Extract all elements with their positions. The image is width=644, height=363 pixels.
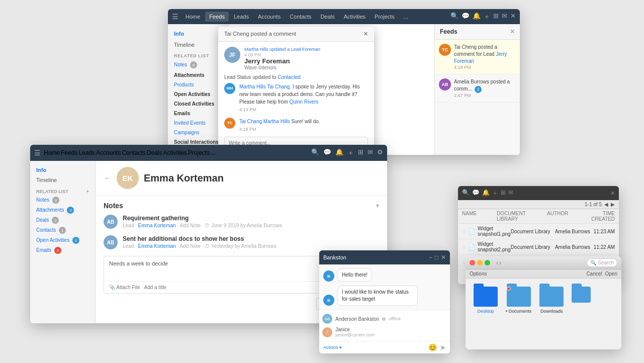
- nav-leads-win2[interactable]: Leads: [78, 149, 95, 156]
- comment-author-link-2[interactable]: Tai Chang: [239, 119, 262, 124]
- note-lead-link-2[interactable]: Emma Korteman: [138, 243, 176, 249]
- grid-icon-win2[interactable]: ⊞: [358, 148, 363, 157]
- chat-send-icon[interactable]: ➤: [440, 343, 446, 351]
- hamburger-icon-win2[interactable]: ☰: [34, 149, 41, 157]
- win2-sidebar-timeline[interactable]: Timeline: [30, 175, 95, 185]
- finder-cancel-btn[interactable]: Cancel: [586, 271, 602, 277]
- finder-forward-arrow[interactable]: ›: [499, 259, 501, 266]
- chat-close-icon[interactable]: ✕: [441, 254, 446, 261]
- finder-item-documents[interactable]: • Documents: [506, 287, 531, 314]
- traffic-light-green[interactable]: [485, 260, 490, 265]
- finder-open-btn[interactable]: Open: [605, 271, 617, 277]
- email-icon-win1[interactable]: ✉: [502, 12, 507, 21]
- chat-icon-win1[interactable]: 💬: [462, 12, 470, 21]
- feeds-close-icon[interactable]: ✕: [510, 28, 515, 35]
- win2-sidebar-info[interactable]: Info: [30, 165, 95, 175]
- star-1-back[interactable]: ☆: [462, 229, 467, 234]
- feeds-item-1[interactable]: TC Tai Cheng posted a comment for Lead J…: [435, 40, 520, 74]
- chat-contact-2[interactable]: J Janice janice@cycem.com: [322, 325, 447, 339]
- finder-back-arrow[interactable]: ‹: [496, 259, 498, 266]
- bell-icon-win1[interactable]: 🔔: [473, 12, 481, 21]
- back-arrow-win2[interactable]: ←: [104, 173, 112, 183]
- email-icon-win2[interactable]: ✉: [367, 148, 373, 157]
- finder-item-desktop[interactable]: Desktop: [474, 287, 498, 314]
- nav-feeds-win2[interactable]: Feeds: [61, 149, 77, 156]
- nav-leads-win1[interactable]: Leads: [230, 12, 253, 22]
- nav-home-win1[interactable]: Home: [181, 12, 204, 22]
- note-add-link-2[interactable]: Add Note: [179, 243, 201, 249]
- nav-icon-6-back[interactable]: ✉: [508, 189, 513, 198]
- chat-minimize-icon[interactable]: −: [429, 254, 432, 261]
- nav-deals-win2[interactable]: Deals: [147, 149, 162, 156]
- finder-label-desktop: Desktop: [477, 309, 494, 314]
- win2-sidebar-notes[interactable]: Notes 8: [30, 195, 95, 205]
- close-icon-doclib-back[interactable]: ✕: [610, 190, 615, 197]
- nav-icon-2-back[interactable]: 💬: [472, 189, 480, 198]
- attach-file-btn[interactable]: 📎 Attach File: [109, 285, 140, 290]
- doclib-nav-right-back: ✕: [610, 190, 615, 197]
- comment-mention-2[interactable]: Quinn Rivers: [290, 99, 319, 105]
- comment-popup-close[interactable]: ✕: [363, 31, 368, 37]
- comment-lead-link[interactable]: Martha Hills updated a Lead Foreman: [244, 47, 320, 52]
- traffic-light-red[interactable]: [470, 260, 475, 265]
- comment-mention-1[interactable]: Tai Chang: [267, 84, 290, 89]
- notes-collapse-icon[interactable]: ▾: [376, 202, 379, 209]
- comment-author-link-1[interactable]: Martha Hills: [239, 84, 266, 89]
- nav-icon-1-back[interactable]: 🔍: [462, 189, 470, 198]
- nav-activities-win1[interactable]: Activities: [340, 12, 370, 22]
- chat-contact-1[interactable]: AB Anderson Bankston offline: [322, 312, 447, 325]
- win2-sidebar-open-activities[interactable]: Open Activities 2: [30, 235, 95, 245]
- chat-emoji-icon[interactable]: 😊: [428, 343, 437, 351]
- doclib-row-2-back[interactable]: ☆ 📄 Widget snapshot2.png Document Librar…: [458, 239, 619, 255]
- close-icon-win1[interactable]: ✕: [510, 12, 516, 21]
- plus-icon-win2[interactable]: ＋: [347, 148, 354, 157]
- nav-more-win1[interactable]: ...: [400, 12, 412, 22]
- note-meta-1: Lead · Emma Korteman · Add Note · ⏱ June…: [123, 223, 379, 228]
- actions-label[interactable]: Actions ▾: [323, 345, 342, 350]
- nav-more-win2[interactable]: ...: [211, 149, 216, 156]
- finder-toolbar: Options Cancel Open: [466, 269, 621, 279]
- win2-related-add[interactable]: +: [86, 189, 89, 194]
- win2-sidebar-deals[interactable]: Deals 2: [30, 215, 95, 225]
- nav-projects-win1[interactable]: Projects: [371, 12, 399, 22]
- finder-options-btn[interactable]: Options: [470, 271, 487, 277]
- finder-item-downloads[interactable]: Downloads: [539, 287, 564, 314]
- doclib-row-1-back[interactable]: ☆ 📄 Widget snapshot1.png Document Librar…: [458, 224, 619, 239]
- feeds-avatar-1: TC: [439, 44, 451, 56]
- note-add-link-1[interactable]: Add Note: [179, 223, 201, 228]
- note-card-1: AB Requirement gathering Lead · Emma Kor…: [104, 215, 379, 229]
- comment-mention-3[interactable]: Martha Hills: [263, 119, 290, 124]
- nav-home-win2[interactable]: Home: [44, 149, 60, 156]
- win2-sidebar-emails[interactable]: Emails 3: [30, 245, 95, 255]
- chat-icon-win2[interactable]: 💬: [323, 148, 331, 157]
- nav-projects-win2[interactable]: Projects: [188, 149, 210, 156]
- win2-sidebar-attachments[interactable]: Attachments 2: [30, 205, 95, 215]
- nav-icon-5-back[interactable]: ⊞: [501, 189, 506, 198]
- nav-accounts-win1[interactable]: Accounts: [254, 12, 285, 22]
- search-icon-win1[interactable]: 🔍: [450, 12, 458, 21]
- nav-contacts-win1[interactable]: Contacts: [286, 12, 315, 22]
- grid-icon-win1[interactable]: ⊞: [493, 12, 499, 21]
- note-lead-link-1[interactable]: Emma Korteman: [138, 223, 176, 228]
- plus-icon-win1[interactable]: ＋: [484, 12, 490, 21]
- win2-sidebar-contacts[interactable]: Contacts 1: [30, 225, 95, 235]
- finder-item-extra[interactable]: [572, 287, 591, 303]
- chat-maximize-icon[interactable]: □: [435, 254, 438, 261]
- star-2-back[interactable]: ☆: [462, 244, 467, 250]
- traffic-light-yellow[interactable]: [477, 260, 483, 265]
- next-page-back[interactable]: ▶: [611, 202, 615, 207]
- prev-page-back[interactable]: ◀: [604, 202, 608, 207]
- nav-accounts-win2[interactable]: Accounts: [96, 149, 121, 156]
- nav-icon-3-back[interactable]: 🔔: [482, 189, 490, 198]
- finder-search[interactable]: 🔍 Search: [587, 258, 617, 267]
- settings-icon-win2[interactable]: ⚙: [377, 148, 383, 157]
- bell-icon-win2[interactable]: 🔔: [335, 148, 343, 157]
- hamburger-icon[interactable]: ☰: [172, 13, 178, 21]
- nav-icon-4-back[interactable]: ＋: [492, 189, 498, 198]
- feeds-item-2[interactable]: AB Amelia Burrows posted a comm... 2 2:4…: [435, 74, 520, 103]
- nav-deals-win1[interactable]: Deals: [317, 12, 339, 22]
- nav-activities-win2[interactable]: Activities: [163, 149, 187, 156]
- nav-feeds-win1[interactable]: Feeds: [205, 12, 229, 22]
- search-icon-win2[interactable]: 🔍: [311, 148, 319, 157]
- nav-contacts-win2[interactable]: Contacts: [122, 149, 145, 156]
